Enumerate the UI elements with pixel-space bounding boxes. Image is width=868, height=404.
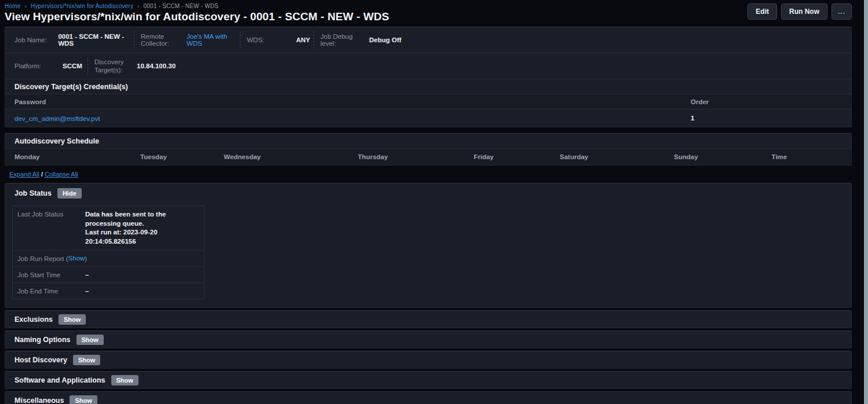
- expand-all-link[interactable]: Expand All: [9, 171, 39, 178]
- remote-collector-label: Remote Collector:: [141, 33, 187, 47]
- remote-collector-link[interactable]: Joe's MA with WDS: [187, 33, 240, 47]
- job-status-panel: Job Status Hide Last Job Status Data has…: [5, 183, 852, 308]
- last-job-status-label: Last Job Status: [17, 210, 85, 218]
- page-title: View Hypervisors/*nix/win for Autodiscov…: [5, 10, 389, 23]
- credential-password-link[interactable]: dev_cm_admin@msftdev.pvt: [14, 115, 100, 122]
- section-naming-options: Naming Options Show: [5, 330, 852, 348]
- action-buttons: Edit Run Now ...: [747, 3, 852, 20]
- credentials-section-title: Discovery Target(s) Credential(s): [5, 79, 851, 94]
- naming-options-show-button[interactable]: Show: [76, 335, 104, 345]
- job-start-time-value: –: [85, 271, 89, 280]
- discovery-targets-value: 10.84.100.30: [137, 63, 176, 69]
- breadcrumb-home-link[interactable]: Home: [5, 3, 20, 9]
- page-header: Home › Hypervisors/*nix/win for Autodisc…: [0, 0, 868, 27]
- section-software-applications: Software and Applications Show: [5, 371, 852, 389]
- wds-value: ANY: [296, 36, 310, 43]
- host-discovery-title: Host Discovery: [14, 356, 67, 364]
- exclusions-show-button[interactable]: Show: [59, 314, 86, 325]
- job-start-time-row: Job Start Time –: [13, 266, 204, 282]
- software-applications-show-button[interactable]: Show: [111, 375, 138, 385]
- job-debug-level-value: Debug Off: [369, 36, 402, 43]
- job-run-report-suffix: ): [85, 255, 87, 262]
- section-miscellaneous: Miscellaneous Show: [5, 391, 852, 404]
- job-info-panel: Job Name: 0001 - SCCM - NEW - WDS Remote…: [5, 27, 852, 127]
- links-separator: /: [41, 171, 43, 178]
- schedule-section-title: Autodiscovery Schedule: [5, 134, 851, 148]
- platform-label: Platform:: [14, 63, 63, 69]
- job-status-table: Last Job Status Data has been sent to th…: [12, 205, 205, 299]
- credential-table-row: dev_cm_admin@msftdev.pvt 1: [5, 109, 851, 127]
- job-info-row-2: Platform: SCCM Discovery Target(s): 10.8…: [5, 53, 851, 79]
- job-status-title: Job Status: [14, 189, 52, 197]
- credentials-table-header: Password Order: [5, 94, 851, 109]
- wednesday-column-header: Wednesday: [224, 153, 358, 160]
- job-run-report-row: Job Run Report (Show): [13, 250, 204, 266]
- tuesday-column-header: Tuesday: [140, 153, 224, 160]
- wds-label: WDS:: [247, 36, 296, 43]
- credential-order-value: 1: [691, 115, 842, 122]
- time-column-header: Time: [772, 153, 842, 160]
- job-name-label: Job Name:: [14, 36, 58, 43]
- schedule-panel: Autodiscovery Schedule Monday Tuesday We…: [5, 133, 852, 166]
- vertical-scrollbar[interactable]: [864, 0, 868, 404]
- section-host-discovery: Host Discovery Show: [5, 351, 852, 369]
- job-start-time-label: Job Start Time: [17, 271, 85, 278]
- job-info-row-1: Job Name: 0001 - SCCM - NEW - WDS Remote…: [5, 27, 851, 53]
- exclusions-title: Exclusions: [14, 315, 53, 324]
- job-name-value: 0001 - SCCM - NEW - WDS: [58, 33, 134, 47]
- job-end-time-value: –: [85, 287, 89, 296]
- miscellaneous-show-button[interactable]: Show: [70, 395, 97, 404]
- run-now-button[interactable]: Run Now: [781, 3, 827, 20]
- main-content: Job Name: 0001 - SCCM - NEW - WDS Remote…: [0, 27, 868, 404]
- thursday-column-header: Thursday: [358, 153, 474, 160]
- password-column-header: Password: [14, 98, 691, 105]
- last-job-status-value-line2: Last run at: 2023-09-20 20:14:05.826156: [85, 229, 158, 245]
- job-end-time-row: Job End Time –: [13, 282, 204, 299]
- discovery-targets-label: Discovery Target(s):: [94, 58, 137, 75]
- breadcrumb-separator: ›: [137, 3, 140, 9]
- collapse-all-link[interactable]: Collapse All: [45, 171, 78, 178]
- breadcrumb-parent-link[interactable]: Hypervisors/*nix/win for Autodiscovery: [31, 3, 133, 9]
- software-applications-title: Software and Applications: [14, 376, 105, 384]
- saturday-column-header: Saturday: [560, 153, 674, 160]
- naming-options-title: Naming Options: [14, 336, 71, 344]
- breadcrumb: Home › Hypervisors/*nix/win for Autodisc…: [5, 3, 852, 9]
- job-run-report-show-link[interactable]: Show: [68, 255, 85, 262]
- sunday-column-header: Sunday: [674, 153, 772, 160]
- section-exclusions: Exclusions Show: [5, 310, 852, 328]
- schedule-table-header: Monday Tuesday Wednesday Thursday Friday…: [5, 148, 851, 165]
- friday-column-header: Friday: [474, 153, 560, 160]
- job-end-time-label: Job End Time: [17, 287, 85, 295]
- order-column-header: Order: [691, 98, 842, 105]
- last-job-status-value-line1: Data has been sent to the processing que…: [85, 211, 166, 227]
- job-debug-level-label: Job Debug level:: [320, 33, 369, 47]
- expand-collapse-links: Expand All/Collapse All: [5, 166, 852, 183]
- more-actions-button[interactable]: ...: [831, 3, 852, 20]
- miscellaneous-title: Miscellaneous: [14, 396, 64, 404]
- platform-value: SCCM: [63, 63, 82, 69]
- breadcrumb-current: 0001 - SCCM - NEW - WDS: [144, 3, 219, 9]
- monday-column-header: Monday: [14, 153, 140, 160]
- job-run-report-label: Job Run Report (: [17, 255, 68, 262]
- host-discovery-show-button[interactable]: Show: [73, 355, 100, 365]
- job-status-hide-button[interactable]: Hide: [57, 188, 82, 199]
- breadcrumb-separator: ›: [24, 3, 27, 9]
- last-job-status-row: Last Job Status Data has been sent to th…: [13, 206, 204, 250]
- edit-button[interactable]: Edit: [747, 3, 777, 20]
